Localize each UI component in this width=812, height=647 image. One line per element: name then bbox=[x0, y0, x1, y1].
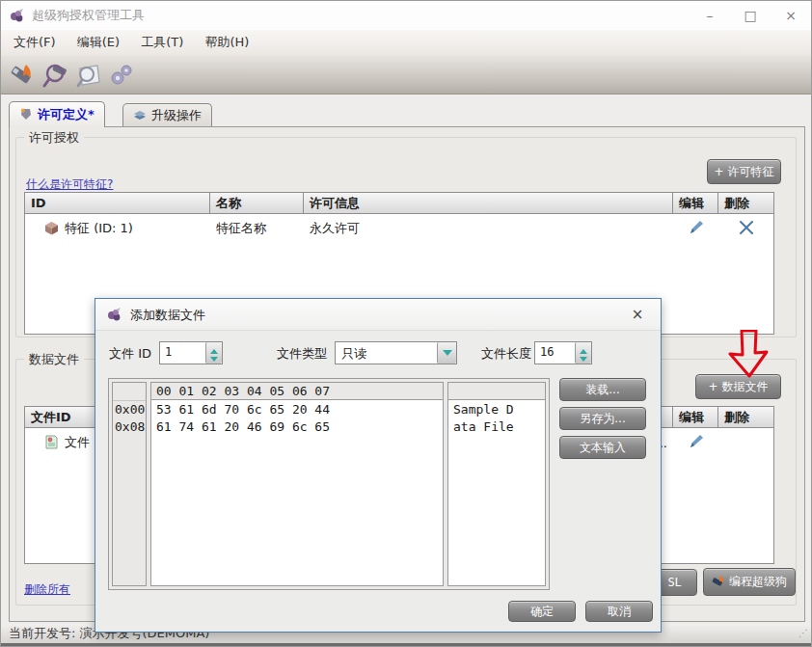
program-dog-label: 编程超级狗 bbox=[729, 575, 787, 588]
spin-down-icon[interactable] bbox=[206, 353, 222, 364]
ascii-text[interactable]: Sample D bbox=[448, 401, 545, 418]
col-header-delete[interactable]: 删除 bbox=[718, 407, 773, 427]
hex-editor[interactable]: 0x00 0x08 00 01 02 03 04 05 06 07 53 61 … bbox=[108, 378, 550, 590]
file-id-value[interactable]: 1 bbox=[160, 342, 205, 364]
hex-column-header: 00 01 02 03 04 05 06 07 bbox=[150, 382, 444, 400]
program-dog-button[interactable]: 编程超级狗 bbox=[703, 568, 796, 596]
spinner-buttons[interactable] bbox=[575, 342, 591, 364]
delete-all-link[interactable]: 删除所有 bbox=[24, 581, 70, 598]
dongle-flame-icon bbox=[712, 575, 726, 588]
ascii-column-header bbox=[447, 382, 546, 400]
spinner-buttons[interactable] bbox=[205, 342, 222, 364]
datafile-doc-icon bbox=[44, 435, 59, 449]
delete-icon[interactable] bbox=[737, 219, 756, 236]
datafile-id-text: 文件 bbox=[65, 435, 90, 449]
window-title: 超级狗授权管理工具 bbox=[32, 1, 145, 30]
col-header-edit[interactable]: 编辑 bbox=[673, 193, 718, 213]
license-tab-icon bbox=[19, 107, 33, 121]
ascii-text[interactable]: ata File bbox=[448, 418, 545, 436]
hex-bytes-column[interactable]: 00 01 02 03 04 05 06 07 53 61 6d 70 6c 6… bbox=[150, 382, 444, 586]
file-id-label: 文件 ID bbox=[109, 345, 151, 363]
dialog-close-icon[interactable]: × bbox=[626, 299, 649, 331]
hex-address: 0x00 bbox=[113, 401, 146, 418]
add-datafile-dialog: 添加数据文件 × 文件 ID 1 文件类型 只读 文件长度 16 0x00 0x… bbox=[95, 298, 662, 633]
menu-file[interactable]: 文件(F) bbox=[5, 30, 65, 55]
app-logo-icon bbox=[10, 8, 25, 23]
menu-help[interactable]: 帮助(H) bbox=[197, 30, 258, 55]
upgrade-tab-icon bbox=[133, 108, 147, 121]
text-input-button[interactable]: 文本输入 bbox=[559, 436, 646, 459]
dialog-logo-icon bbox=[107, 307, 122, 322]
save-as-button[interactable]: 另存为... bbox=[559, 407, 646, 430]
program-dongle-icon[interactable] bbox=[9, 61, 38, 90]
dialog-title: 添加数据文件 bbox=[130, 299, 205, 331]
tab-license-definition[interactable]: 许可定义* bbox=[9, 101, 105, 127]
tab-upgrade-operations[interactable]: 升级操作 bbox=[122, 103, 212, 127]
datafile-group-title: 数据文件 bbox=[24, 351, 84, 368]
title-bar: 超级狗授权管理工具 – □ × bbox=[1, 1, 811, 30]
hex-bytes[interactable]: 61 74 61 20 46 69 6c 65 bbox=[151, 418, 443, 436]
file-length-value[interactable]: 16 bbox=[535, 342, 575, 364]
feature-name-text: 特征名称 bbox=[210, 220, 304, 237]
file-type-value: 只读 bbox=[336, 342, 437, 364]
hex-ascii-column[interactable]: Sample D ata File bbox=[447, 382, 546, 586]
hex-bytes[interactable]: 53 61 6d 70 6c 65 20 44 bbox=[151, 401, 443, 418]
feature-id-text: 特征 (ID: 1) bbox=[65, 221, 133, 235]
col-header-edit[interactable]: 编辑 bbox=[673, 407, 718, 427]
tab-label: 许可定义* bbox=[38, 107, 95, 121]
menu-bar: 文件(F) 编辑(E) 工具(T) 帮助(H) bbox=[1, 30, 811, 55]
spin-up-icon[interactable] bbox=[206, 342, 222, 353]
settings-gears-icon[interactable] bbox=[107, 61, 136, 90]
col-header-name[interactable]: 名称 bbox=[210, 193, 304, 213]
spin-down-icon[interactable] bbox=[576, 353, 591, 364]
edit-icon[interactable] bbox=[687, 433, 706, 450]
window-bottom-edge bbox=[1, 643, 811, 647]
minimize-button[interactable]: – bbox=[690, 1, 730, 30]
annotation-arrow-icon bbox=[726, 330, 771, 378]
load-button[interactable]: 装载... bbox=[559, 378, 646, 401]
license-group-title: 许可授权 bbox=[24, 129, 84, 147]
menu-edit[interactable]: 编辑(E) bbox=[68, 30, 128, 55]
feature-row[interactable]: 特征 (ID: 1) 特征名称 永久许可 bbox=[25, 214, 773, 243]
tab-label: 升级操作 bbox=[151, 108, 202, 122]
hex-address: 0x08 bbox=[113, 418, 146, 436]
ok-button[interactable]: 确定 bbox=[508, 601, 576, 622]
file-type-label: 文件类型 bbox=[277, 345, 327, 363]
inspect-dongle-icon[interactable] bbox=[41, 61, 70, 90]
col-header-delete[interactable]: 删除 bbox=[718, 193, 773, 213]
view-report-icon[interactable] bbox=[74, 61, 103, 90]
what-is-feature-link[interactable]: 什么是许可特征? bbox=[26, 176, 113, 193]
hex-address-column: 0x00 0x08 bbox=[112, 382, 147, 586]
feature-license-text: 永久许可 bbox=[304, 220, 673, 237]
close-button[interactable]: × bbox=[771, 1, 811, 30]
toolbar bbox=[1, 55, 811, 94]
spin-up-icon[interactable] bbox=[576, 342, 591, 353]
feature-cube-icon bbox=[44, 221, 59, 235]
file-id-stepper[interactable]: 1 bbox=[159, 341, 223, 364]
file-type-select[interactable]: 只读 bbox=[335, 341, 457, 364]
file-length-stepper[interactable]: 16 bbox=[534, 341, 592, 364]
app-window: 超级狗授权管理工具 – □ × 文件(F) 编辑(E) 工具(T) 帮助(H) bbox=[0, 0, 812, 647]
chevron-down-icon[interactable] bbox=[437, 342, 456, 364]
cancel-button[interactable]: 取消 bbox=[585, 601, 653, 622]
dialog-title-bar: 添加数据文件 × bbox=[95, 299, 661, 331]
col-header-id[interactable]: ID bbox=[25, 193, 210, 213]
resize-grip[interactable]: ⋰ bbox=[798, 628, 808, 638]
col-header-license-info[interactable]: 许可信息 bbox=[304, 193, 673, 213]
maximize-button[interactable]: □ bbox=[730, 1, 771, 30]
menu-tools[interactable]: 工具(T) bbox=[132, 30, 192, 55]
file-length-label: 文件长度 bbox=[481, 345, 531, 363]
add-feature-button[interactable]: + 许可特征 bbox=[707, 159, 781, 184]
edit-icon[interactable] bbox=[687, 219, 706, 236]
features-table-header: ID 名称 许可信息 编辑 删除 bbox=[25, 193, 773, 214]
